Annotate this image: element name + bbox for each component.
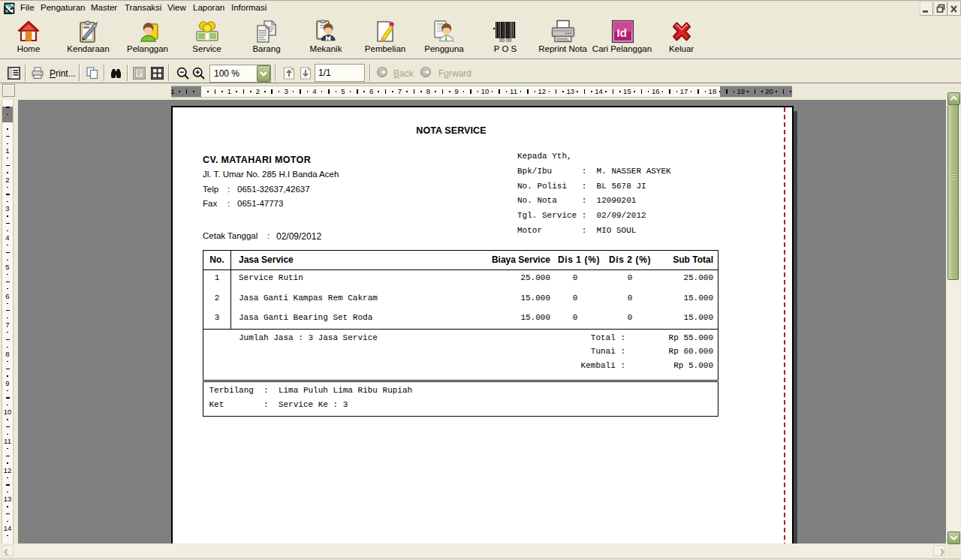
svg-text:00 00: 00 00 [499, 38, 512, 43]
svg-text:Id: Id [616, 26, 626, 39]
